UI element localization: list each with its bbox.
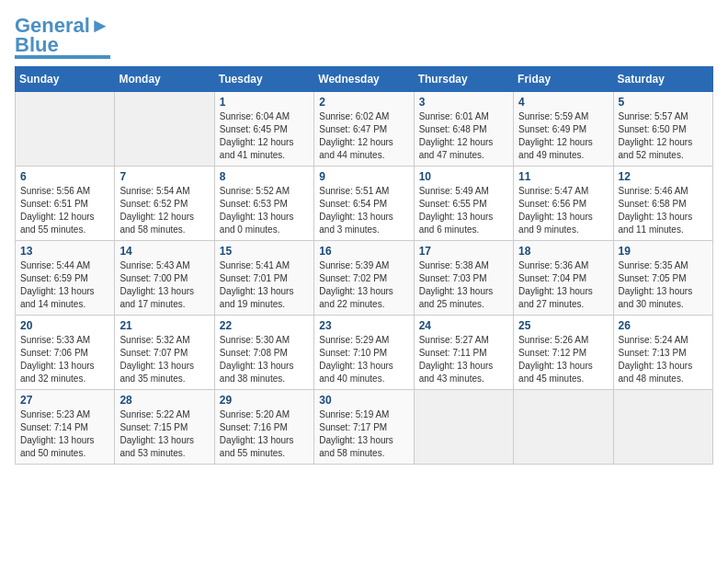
calendar-cell: 26Sunrise: 5:24 AM Sunset: 7:13 PM Dayli… — [613, 315, 712, 389]
calendar-cell: 9Sunrise: 5:51 AM Sunset: 6:54 PM Daylig… — [314, 166, 414, 240]
logo-bar — [15, 55, 110, 59]
day-info: Sunrise: 6:01 AM Sunset: 6:48 PM Dayligh… — [419, 110, 508, 162]
calendar-cell: 20Sunrise: 5:33 AM Sunset: 7:06 PM Dayli… — [16, 315, 115, 389]
day-number: 30 — [319, 394, 408, 407]
day-info: Sunrise: 6:02 AM Sunset: 6:47 PM Dayligh… — [319, 110, 408, 162]
calendar-cell: 22Sunrise: 5:30 AM Sunset: 7:08 PM Dayli… — [214, 315, 313, 389]
calendar-cell: 29Sunrise: 5:20 AM Sunset: 7:16 PM Dayli… — [214, 389, 313, 464]
week-row-4: 20Sunrise: 5:33 AM Sunset: 7:06 PM Dayli… — [16, 315, 713, 389]
day-number: 13 — [20, 245, 109, 258]
day-info: Sunrise: 5:23 AM Sunset: 7:14 PM Dayligh… — [20, 408, 109, 460]
day-number: 28 — [119, 394, 209, 407]
day-number: 8 — [220, 170, 309, 183]
day-number: 4 — [518, 96, 608, 109]
calendar-cell: 6Sunrise: 5:56 AM Sunset: 6:51 PM Daylig… — [16, 166, 115, 240]
day-info: Sunrise: 5:41 AM Sunset: 7:01 PM Dayligh… — [220, 259, 309, 311]
day-info: Sunrise: 5:56 AM Sunset: 6:51 PM Dayligh… — [20, 185, 109, 236]
day-number: 14 — [119, 245, 209, 258]
header-day-sunday: Sunday — [16, 66, 115, 91]
calendar-cell — [16, 91, 115, 166]
day-info: Sunrise: 5:38 AM Sunset: 7:03 PM Dayligh… — [419, 259, 508, 311]
day-info: Sunrise: 5:36 AM Sunset: 7:04 PM Dayligh… — [518, 259, 608, 311]
calendar-cell: 28Sunrise: 5:22 AM Sunset: 7:15 PM Dayli… — [115, 389, 214, 464]
week-row-1: 1Sunrise: 6:04 AM Sunset: 6:45 PM Daylig… — [16, 91, 713, 166]
day-info: Sunrise: 5:49 AM Sunset: 6:55 PM Dayligh… — [419, 185, 508, 236]
day-info: Sunrise: 5:52 AM Sunset: 6:53 PM Dayligh… — [220, 185, 309, 236]
day-info: Sunrise: 5:43 AM Sunset: 7:00 PM Dayligh… — [119, 259, 209, 311]
day-info: Sunrise: 5:47 AM Sunset: 6:56 PM Dayligh… — [518, 185, 608, 236]
day-number: 7 — [119, 170, 209, 183]
day-info: Sunrise: 5:20 AM Sunset: 7:16 PM Dayligh… — [220, 408, 309, 460]
header-day-thursday: Thursday — [414, 66, 513, 91]
calendar-table: SundayMondayTuesdayWednesdayThursdayFrid… — [15, 66, 713, 465]
calendar-cell: 7Sunrise: 5:54 AM Sunset: 6:52 PM Daylig… — [115, 166, 214, 240]
logo-blue: ► — [90, 14, 110, 37]
header-day-wednesday: Wednesday — [314, 66, 414, 91]
day-number: 24 — [419, 319, 508, 332]
day-number: 17 — [419, 245, 508, 258]
day-info: Sunrise: 5:27 AM Sunset: 7:11 PM Dayligh… — [419, 334, 508, 385]
header-day-monday: Monday — [115, 66, 214, 91]
calendar-cell: 5Sunrise: 5:57 AM Sunset: 6:50 PM Daylig… — [613, 91, 712, 166]
day-number: 6 — [20, 170, 109, 183]
calendar-cell: 17Sunrise: 5:38 AM Sunset: 7:03 PM Dayli… — [414, 240, 513, 315]
calendar-cell — [414, 389, 513, 464]
calendar-cell: 8Sunrise: 5:52 AM Sunset: 6:53 PM Daylig… — [214, 166, 313, 240]
day-number: 2 — [319, 96, 408, 109]
calendar-cell — [613, 389, 712, 464]
calendar-cell: 23Sunrise: 5:29 AM Sunset: 7:10 PM Dayli… — [314, 315, 414, 389]
calendar-cell — [514, 389, 613, 464]
calendar-cell: 14Sunrise: 5:43 AM Sunset: 7:00 PM Dayli… — [115, 240, 214, 315]
day-info: Sunrise: 5:33 AM Sunset: 7:06 PM Dayligh… — [20, 334, 109, 385]
day-info: Sunrise: 5:39 AM Sunset: 7:02 PM Dayligh… — [319, 259, 408, 311]
calendar-cell: 18Sunrise: 5:36 AM Sunset: 7:04 PM Dayli… — [514, 240, 613, 315]
day-info: Sunrise: 5:51 AM Sunset: 6:54 PM Dayligh… — [319, 185, 408, 236]
day-info: Sunrise: 5:44 AM Sunset: 6:59 PM Dayligh… — [20, 259, 109, 311]
day-number: 22 — [220, 319, 309, 332]
day-info: Sunrise: 5:22 AM Sunset: 7:15 PM Dayligh… — [119, 408, 209, 460]
day-info: Sunrise: 5:59 AM Sunset: 6:49 PM Dayligh… — [518, 110, 608, 162]
day-number: 1 — [220, 96, 309, 109]
day-number: 23 — [319, 319, 408, 332]
day-number: 11 — [518, 170, 608, 183]
calendar-cell: 3Sunrise: 6:01 AM Sunset: 6:48 PM Daylig… — [414, 91, 513, 166]
calendar-cell: 15Sunrise: 5:41 AM Sunset: 7:01 PM Dayli… — [214, 240, 313, 315]
calendar-cell: 2Sunrise: 6:02 AM Sunset: 6:47 PM Daylig… — [314, 91, 414, 166]
logo: General► Blue — [15, 15, 110, 59]
day-number: 29 — [220, 394, 309, 407]
calendar-cell: 16Sunrise: 5:39 AM Sunset: 7:02 PM Dayli… — [314, 240, 414, 315]
calendar-cell: 13Sunrise: 5:44 AM Sunset: 6:59 PM Dayli… — [16, 240, 115, 315]
calendar-cell: 21Sunrise: 5:32 AM Sunset: 7:07 PM Dayli… — [115, 315, 214, 389]
day-info: Sunrise: 5:30 AM Sunset: 7:08 PM Dayligh… — [220, 334, 309, 385]
day-number: 26 — [619, 319, 708, 332]
calendar-cell: 4Sunrise: 5:59 AM Sunset: 6:49 PM Daylig… — [514, 91, 613, 166]
day-number: 19 — [619, 245, 708, 258]
day-number: 25 — [518, 319, 608, 332]
day-info: Sunrise: 5:54 AM Sunset: 6:52 PM Dayligh… — [119, 185, 209, 236]
calendar-cell: 30Sunrise: 5:19 AM Sunset: 7:17 PM Dayli… — [314, 389, 414, 464]
calendar-cell: 11Sunrise: 5:47 AM Sunset: 6:56 PM Dayli… — [514, 166, 613, 240]
calendar-cell: 10Sunrise: 5:49 AM Sunset: 6:55 PM Dayli… — [414, 166, 513, 240]
day-info: Sunrise: 5:26 AM Sunset: 7:12 PM Dayligh… — [518, 334, 608, 385]
day-info: Sunrise: 5:29 AM Sunset: 7:10 PM Dayligh… — [319, 334, 408, 385]
calendar-cell — [115, 91, 214, 166]
day-info: Sunrise: 5:19 AM Sunset: 7:17 PM Dayligh… — [319, 408, 408, 460]
calendar-cell: 1Sunrise: 6:04 AM Sunset: 6:45 PM Daylig… — [214, 91, 313, 166]
day-number: 20 — [20, 319, 109, 332]
calendar-cell: 24Sunrise: 5:27 AM Sunset: 7:11 PM Dayli… — [414, 315, 513, 389]
week-row-5: 27Sunrise: 5:23 AM Sunset: 7:14 PM Dayli… — [16, 389, 713, 464]
day-number: 18 — [518, 245, 608, 258]
header-day-saturday: Saturday — [613, 66, 712, 91]
day-number: 27 — [20, 394, 109, 407]
day-number: 12 — [619, 170, 708, 183]
calendar-cell: 12Sunrise: 5:46 AM Sunset: 6:58 PM Dayli… — [613, 166, 712, 240]
logo-blue-text: Blue — [15, 37, 59, 53]
day-number: 21 — [119, 319, 209, 332]
day-info: Sunrise: 5:24 AM Sunset: 7:13 PM Dayligh… — [619, 334, 708, 385]
day-info: Sunrise: 6:04 AM Sunset: 6:45 PM Dayligh… — [220, 110, 309, 162]
day-info: Sunrise: 5:57 AM Sunset: 6:50 PM Dayligh… — [619, 110, 708, 162]
calendar-cell: 27Sunrise: 5:23 AM Sunset: 7:14 PM Dayli… — [16, 389, 115, 464]
day-number: 10 — [419, 170, 508, 183]
calendar-cell: 25Sunrise: 5:26 AM Sunset: 7:12 PM Dayli… — [514, 315, 613, 389]
day-number: 15 — [220, 245, 309, 258]
